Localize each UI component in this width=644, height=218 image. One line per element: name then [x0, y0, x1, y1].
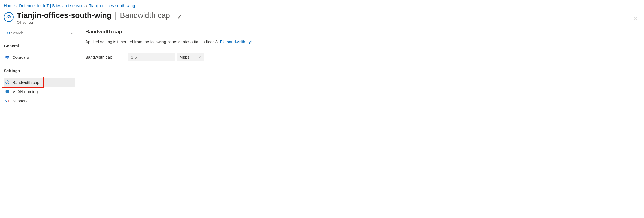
collapse-sidebar-button[interactable]	[70, 31, 75, 35]
title-separator: |	[115, 11, 117, 20]
svg-line-10	[7, 81, 8, 82]
tag-icon	[5, 89, 10, 94]
description-text: Applied setting is inherited from the fo…	[85, 39, 220, 44]
chevron-down-icon	[198, 55, 201, 59]
chevron-right-icon: ›	[16, 4, 17, 8]
bandwidth-cap-label: Bandwidth cap	[85, 55, 126, 59]
page-header: Tianjin-offices-south-wing | Bandwidth c…	[4, 11, 640, 24]
divider	[4, 76, 75, 76]
divider	[4, 51, 75, 51]
policy-link[interactable]: EU bandwidth	[220, 39, 245, 44]
gauge-icon	[4, 12, 14, 22]
main-content: Bandwidth cap Applied setting is inherit…	[85, 29, 640, 105]
breadcrumb: Home › Defender for IoT | Sites and sens…	[4, 3, 640, 8]
edit-button[interactable]	[247, 39, 253, 45]
svg-point-4	[191, 16, 191, 16]
sidebar-group-general: General	[4, 42, 75, 50]
overview-icon	[5, 55, 10, 60]
search-icon	[6, 31, 11, 36]
more-button[interactable]	[187, 14, 193, 20]
breadcrumb-home[interactable]: Home	[4, 3, 15, 8]
pin-button[interactable]	[176, 14, 182, 20]
search-input[interactable]	[11, 31, 65, 35]
sidebar-item-label: Bandwidth cap	[13, 80, 39, 85]
svg-point-1	[8, 17, 9, 18]
svg-rect-12	[6, 91, 8, 91]
sidebar-item-label: VLAN naming	[13, 89, 38, 94]
breadcrumb-sites-sensors[interactable]: Defender for IoT | Sites and sensors	[19, 3, 84, 8]
sidebar-item-subnets[interactable]: Subnets	[4, 96, 75, 105]
sidebar-item-overview[interactable]: Overview	[4, 53, 75, 62]
inherited-setting-description: Applied setting is inherited from the fo…	[85, 39, 640, 45]
code-icon	[5, 98, 10, 103]
unit-select[interactable]: Mbps	[177, 53, 204, 61]
search-box[interactable]	[4, 29, 67, 37]
gauge-icon	[5, 80, 10, 85]
sidebar: General Overview Settings Band	[4, 29, 75, 105]
close-button[interactable]	[633, 15, 639, 21]
svg-line-8	[9, 34, 10, 34]
bandwidth-cap-input[interactable]	[128, 53, 175, 61]
svg-point-7	[7, 32, 10, 34]
sidebar-item-label: Overview	[13, 55, 30, 60]
bandwidth-cap-form-row: Bandwidth cap Mbps	[85, 53, 640, 61]
chevron-right-icon: ›	[86, 4, 87, 8]
sidebar-item-vlan-naming[interactable]: VLAN naming	[4, 87, 75, 96]
sidebar-item-bandwidth-cap[interactable]: Bandwidth cap	[4, 78, 75, 87]
unit-select-value: Mbps	[179, 55, 190, 59]
svg-point-2	[190, 16, 190, 16]
resource-type-label: OT sensor	[17, 20, 640, 24]
sidebar-group-settings: Settings	[4, 67, 75, 75]
section-title: Bandwidth cap	[85, 29, 640, 35]
page-title: Tianjin-offices-south-wing	[17, 11, 112, 20]
breadcrumb-current[interactable]: Tianjin-offices-south-wing	[89, 3, 135, 8]
page-subtitle: Bandwidth cap	[120, 11, 170, 20]
sidebar-item-label: Subnets	[13, 99, 27, 103]
svg-point-3	[190, 16, 190, 16]
